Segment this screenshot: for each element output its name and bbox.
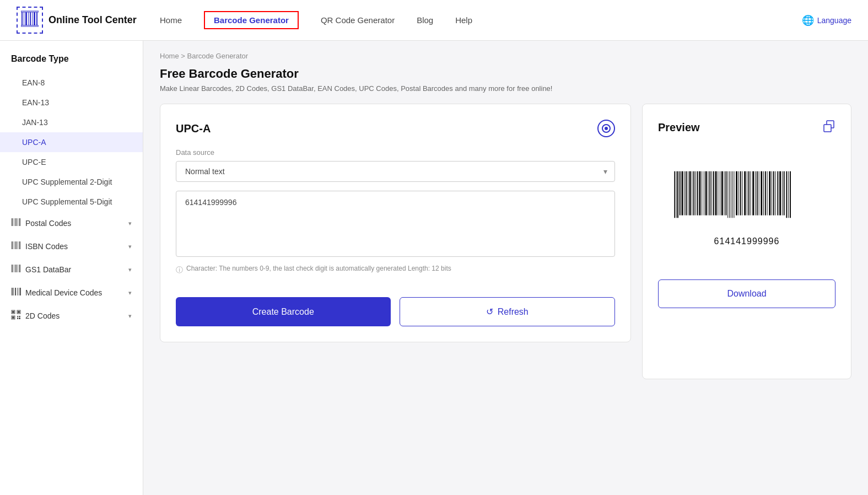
svg-rect-9 <box>21 25 39 26</box>
svg-rect-81 <box>748 171 750 216</box>
data-source-select[interactable]: Normal text HEX Base64 <box>176 161 615 182</box>
svg-rect-67 <box>721 171 723 216</box>
svg-rect-93 <box>773 171 774 216</box>
sidebar-item-ean13[interactable]: EAN-13 <box>0 93 143 112</box>
svg-rect-22 <box>15 265 17 272</box>
svg-rect-49 <box>686 171 687 216</box>
svg-rect-3 <box>28 12 29 25</box>
svg-rect-48 <box>684 171 684 216</box>
refresh-label: Refresh <box>498 307 529 317</box>
svg-rect-29 <box>19 288 19 295</box>
isbn-icon <box>11 240 21 252</box>
svg-rect-13 <box>18 218 18 226</box>
generator-title: UPC-A <box>176 122 211 135</box>
sidebar-item-ean8[interactable]: EAN-8 <box>0 73 143 93</box>
svg-rect-82 <box>751 171 751 216</box>
svg-rect-6 <box>34 12 35 25</box>
2d-chevron: ▾ <box>128 313 132 320</box>
sidebar-group-isbn[interactable]: ISBN Codes ▾ <box>0 235 143 258</box>
hint-content: Character: The numbers 0-9, the last che… <box>186 265 451 272</box>
svg-rect-25 <box>12 288 13 295</box>
sidebar-group-2d[interactable]: 2D Codes ▾ <box>0 304 143 327</box>
sidebar-group-2d-label: 2D Codes <box>25 311 60 320</box>
preview-title: Preview <box>658 121 700 134</box>
svg-rect-98 <box>784 171 785 216</box>
refresh-button[interactable]: ↺ Refresh <box>400 297 616 326</box>
nav-blog[interactable]: Blog <box>417 15 433 25</box>
svg-rect-32 <box>12 311 14 313</box>
svg-rect-70 <box>727 171 728 218</box>
svg-rect-61 <box>709 171 710 216</box>
nav-help[interactable]: Help <box>455 15 472 25</box>
svg-rect-60 <box>708 171 709 216</box>
target-icon <box>597 120 615 137</box>
create-barcode-button[interactable]: Create Barcode <box>176 297 391 326</box>
svg-rect-80 <box>747 171 747 216</box>
svg-rect-38 <box>19 316 20 317</box>
svg-rect-78 <box>742 171 743 216</box>
svg-rect-7 <box>36 12 37 25</box>
barcode-number: 614141999996 <box>714 236 780 246</box>
nav-home[interactable]: Home <box>160 15 182 25</box>
gs1-chevron: ▾ <box>128 266 132 273</box>
svg-rect-30 <box>20 288 21 295</box>
svg-rect-19 <box>19 241 20 249</box>
svg-rect-0 <box>21 12 23 25</box>
svg-rect-75 <box>736 171 737 216</box>
svg-rect-57 <box>702 171 702 216</box>
sidebar-item-upc-supp5[interactable]: UPC Supplemental 5-Digit <box>0 192 143 212</box>
svg-rect-97 <box>782 171 783 216</box>
layout: Barcode Type EAN-8 EAN-13 JAN-13 UPC-A U… <box>0 41 868 495</box>
svg-rect-44 <box>676 171 677 218</box>
download-button[interactable]: Download <box>658 279 835 308</box>
copy-icon[interactable] <box>822 120 835 136</box>
svg-rect-27 <box>15 288 16 295</box>
svg-rect-63 <box>713 171 714 216</box>
svg-rect-18 <box>18 241 18 249</box>
logo: Online Tool Center <box>17 7 138 34</box>
sidebar-item-upc-supp2[interactable]: UPC Supplemental 2-Digit <box>0 172 143 192</box>
svg-rect-89 <box>765 171 766 216</box>
breadcrumb-home[interactable]: Home <box>160 52 179 60</box>
refresh-icon: ↺ <box>486 306 493 317</box>
data-source-select-wrapper: Normal text HEX Base64 ▾ <box>176 161 615 182</box>
sidebar-group-isbn-label: ISBN Codes <box>25 242 68 251</box>
nav-qr-code-generator[interactable]: QR Code Generator <box>321 15 395 25</box>
svg-rect-1 <box>24 12 24 25</box>
svg-rect-65 <box>718 171 718 216</box>
sidebar-group-medical[interactable]: Medical Device Codes ▾ <box>0 281 143 304</box>
barcode-input[interactable]: 614141999996 <box>176 191 615 257</box>
postal-icon <box>11 217 21 229</box>
globe-icon: 🌐 <box>802 14 814 26</box>
svg-rect-95 <box>777 171 778 216</box>
sidebar-item-upca[interactable]: UPC-A <box>0 132 143 152</box>
language-selector[interactable]: 🌐 Language <box>802 14 851 26</box>
svg-rect-15 <box>12 241 13 249</box>
svg-rect-51 <box>689 171 691 216</box>
svg-rect-8 <box>21 11 39 12</box>
svg-rect-96 <box>779 171 781 216</box>
sidebar-title: Barcode Type <box>0 54 143 73</box>
sidebar-group-postal[interactable]: Postal Codes ▾ <box>0 212 143 235</box>
svg-rect-20 <box>12 265 13 272</box>
content-area: UPC-A Data source Normal text HEX Base64… <box>160 104 851 379</box>
nav-barcode-generator[interactable]: Barcode Generator <box>204 11 299 29</box>
sidebar-item-jan13[interactable]: JAN-13 <box>0 112 143 132</box>
sidebar-group-gs1-label: GS1 DataBar <box>25 265 71 274</box>
postal-chevron: ▾ <box>128 220 132 227</box>
svg-rect-34 <box>18 311 20 313</box>
svg-rect-26 <box>13 288 14 295</box>
action-buttons: Create Barcode ↺ Refresh <box>176 297 615 326</box>
svg-rect-37 <box>17 316 18 317</box>
barcode-display: 614141999996 <box>658 147 835 257</box>
sidebar-group-gs1[interactable]: GS1 DataBar ▾ <box>0 258 143 281</box>
svg-rect-71 <box>729 171 730 218</box>
svg-rect-100 <box>788 171 789 218</box>
svg-rect-55 <box>697 171 698 216</box>
header: Online Tool Center Home Barcode Generato… <box>0 0 868 41</box>
svg-rect-66 <box>720 171 720 216</box>
svg-rect-47 <box>682 171 683 216</box>
sidebar-item-upce[interactable]: UPC-E <box>0 152 143 172</box>
svg-rect-59 <box>705 171 707 216</box>
svg-rect-79 <box>744 171 746 216</box>
